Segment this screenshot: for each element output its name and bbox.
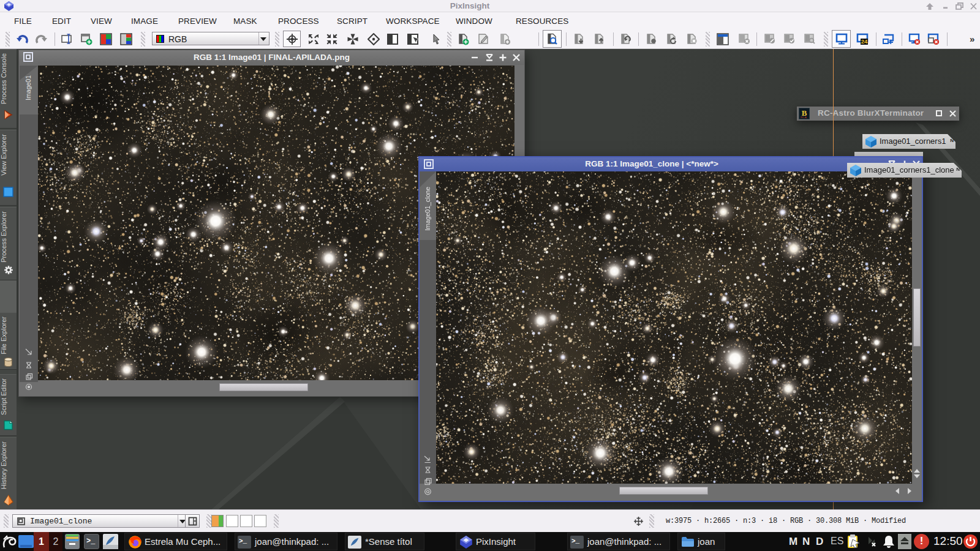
svg-text:24: 24	[861, 38, 868, 45]
